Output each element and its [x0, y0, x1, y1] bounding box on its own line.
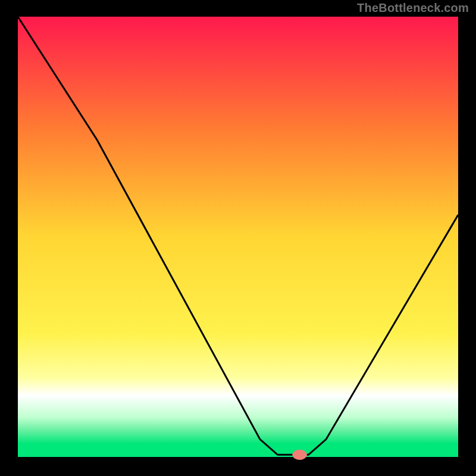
- plot-background: [18, 17, 458, 457]
- optimal-marker: [293, 450, 307, 459]
- green-band: [18, 449, 458, 457]
- watermark-text: TheBottleneck.com: [357, 1, 469, 15]
- chart-stage: TheBottleneck.com: [0, 0, 476, 476]
- chart-svg: [0, 0, 476, 476]
